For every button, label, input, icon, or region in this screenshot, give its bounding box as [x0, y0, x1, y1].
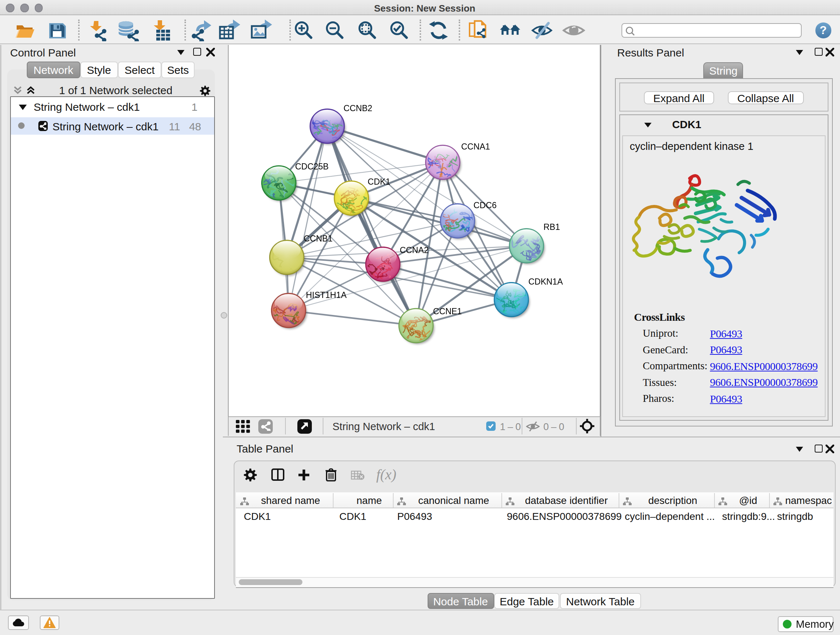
svg-text:RB1: RB1 — [543, 222, 560, 232]
svg-text:CCNA1: CCNA1 — [461, 142, 490, 151]
svg-text:CDC6: CDC6 — [473, 201, 496, 210]
svg-text:CCNB2: CCNB2 — [343, 103, 372, 113]
svg-text:CDC25B: CDC25B — [295, 162, 328, 171]
svg-text:CCNA2: CCNA2 — [399, 245, 428, 255]
svg-text:HIST1H1A: HIST1H1A — [306, 290, 347, 300]
svg-text:CDK1: CDK1 — [367, 177, 390, 187]
svg-text:CDKN1A: CDKN1A — [528, 277, 562, 287]
svg-text:CCNB1: CCNB1 — [303, 234, 332, 243]
svg-text:CCNE1: CCNE1 — [433, 307, 462, 316]
